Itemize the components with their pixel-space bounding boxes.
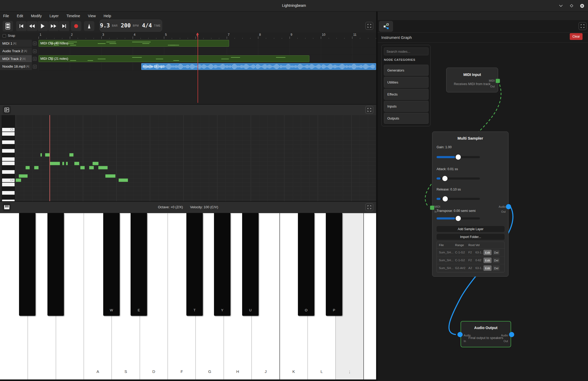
menu-item-view[interactable]: View [88, 14, 96, 18]
black-key-U[interactable]: U [242, 213, 259, 316]
delete-layer-button[interactable]: Del [493, 258, 500, 263]
edit-layer-button[interactable]: Edit [483, 258, 492, 263]
attack-slider[interactable] [437, 176, 480, 181]
roll-white-key[interactable] [2, 183, 15, 186]
roll-white-key[interactable] [2, 170, 15, 174]
roll-white-key[interactable] [2, 149, 15, 153]
delete-layer-button[interactable]: Del [493, 265, 500, 271]
track-checkbox[interactable]: - [33, 57, 37, 61]
menu-item-timeline[interactable]: Timeline [66, 14, 80, 18]
edit-layer-button[interactable]: Edit [483, 250, 492, 255]
black-key-E[interactable]: E [131, 213, 147, 316]
piano-roll-playhead[interactable] [50, 115, 50, 201]
black-key-O[interactable]: O [298, 213, 314, 316]
roll-white-key[interactable] [2, 132, 15, 136]
track-lane[interactable]: Noodle 18.mp3 [39, 63, 376, 70]
track-label[interactable]: Noodle 18.mp3[A] [0, 63, 32, 70]
midi-note[interactable] [19, 174, 28, 178]
transpose-slider[interactable] [437, 216, 480, 221]
timeline-fullscreen-button[interactable] [365, 22, 373, 30]
track-lane[interactable]: MIDI Clip (40 notes) [39, 40, 376, 47]
rewind-button[interactable] [27, 21, 37, 31]
track-label[interactable]: Audio Track 2[A] [0, 47, 32, 55]
play-button[interactable] [38, 21, 48, 31]
audio-out-port[interactable] [509, 332, 514, 337]
black-key-P[interactable]: P [326, 213, 342, 316]
black-key-Y[interactable]: Y [214, 213, 230, 316]
menu-item-file[interactable]: File [3, 14, 9, 18]
menu-item-modify[interactable]: Modify [31, 14, 42, 18]
close-button[interactable] [579, 3, 585, 9]
gain-slider[interactable] [437, 154, 480, 160]
midi-note[interactable] [74, 162, 79, 165]
transport-display[interactable]: 9.3 BAR 200 BPM 4/4 TIME [100, 20, 162, 32]
roll-white-key[interactable]: C4 [2, 178, 15, 182]
midi-note[interactable] [93, 162, 99, 165]
piano-roll-mode-button[interactable] [3, 106, 11, 114]
clip[interactable]: Noodle 18.mp3 [141, 63, 376, 70]
edit-layer-button[interactable]: Edit [483, 265, 492, 271]
fast-forward-button[interactable] [48, 21, 59, 31]
record-button[interactable] [71, 21, 81, 31]
midi-note[interactable] [34, 166, 39, 169]
minimize-button[interactable] [558, 3, 564, 9]
import-folder-button[interactable]: Import Folder... [437, 234, 505, 240]
midi-note[interactable] [98, 166, 108, 169]
roll-white-key[interactable]: C5 [2, 128, 15, 132]
track-lane[interactable]: MIDI Clip (21 notes) [39, 55, 376, 63]
midi-note[interactable] [69, 153, 74, 157]
skip-to-end-button[interactable] [59, 21, 69, 31]
roll-white-key[interactable] [2, 140, 15, 144]
menu-item-help[interactable]: Help [103, 14, 111, 18]
maximize-button[interactable] [568, 3, 575, 9]
midi-note[interactable] [80, 166, 85, 169]
piano-roll-keys[interactable]: C5C4 [2, 115, 15, 201]
black-key-x182[interactable] [47, 213, 64, 316]
track-checkbox[interactable]: - [33, 41, 37, 45]
track-lane[interactable] [39, 47, 376, 55]
delete-layer-button[interactable]: Del [493, 250, 500, 255]
node-midi-input[interactable]: MIDI Input Receives MIDI from track MIDI… [446, 68, 498, 92]
release-slider[interactable] [437, 196, 480, 201]
midi-in-port[interactable] [430, 206, 434, 210]
white-key-13[interactable] [364, 213, 376, 379]
midi-out-port[interactable] [496, 79, 500, 83]
midi-note[interactable] [45, 153, 50, 157]
audio-in-port[interactable] [457, 332, 463, 337]
track-checkbox[interactable]: - [33, 49, 37, 53]
add-sample-layer-button[interactable]: Add Sample Layer [437, 226, 505, 232]
black-key-x73[interactable] [19, 213, 35, 316]
black-key-W[interactable]: W [103, 213, 120, 316]
node-audio-output[interactable]: Audio Output Audio In Final output to sp… [461, 321, 511, 347]
virtual-keyboard[interactable]: ASDFGHJKL;WETYUOP [0, 213, 376, 379]
midi-note[interactable] [16, 178, 21, 182]
menu-item-layer[interactable]: Layer [50, 14, 59, 18]
roll-white-key[interactable] [2, 162, 15, 165]
snap-checkbox[interactable] [3, 34, 6, 38]
black-key-T[interactable]: T [186, 213, 203, 316]
midi-note[interactable] [66, 162, 68, 165]
track-label[interactable]: MIDI Track 2[A] [0, 55, 32, 63]
roll-white-key[interactable] [2, 157, 15, 161]
menu-item-edit[interactable]: Edit [17, 14, 23, 18]
midi-note[interactable] [105, 174, 115, 178]
node-multi-sampler[interactable]: Multi Sampler Gain: 1.00 Attack: 0.01 ss… [432, 132, 509, 277]
piano-roll-fullscreen-button[interactable] [365, 106, 373, 114]
piano-roll-grid[interactable]: C5C4 [0, 115, 376, 201]
audio-out-port[interactable] [506, 204, 511, 209]
midi-note[interactable] [50, 162, 60, 165]
clip[interactable]: MIDI Clip (40 notes) [39, 40, 229, 47]
midi-note[interactable] [26, 166, 30, 169]
keyboard-fullscreen-button[interactable] [365, 203, 373, 211]
timeline-playhead[interactable] [198, 33, 198, 103]
track-checkbox[interactable]: - [33, 65, 37, 69]
timeline-mode-button[interactable] [3, 21, 13, 31]
skip-to-start-button[interactable] [16, 21, 27, 31]
midi-note[interactable] [119, 178, 128, 182]
metronome-button[interactable] [84, 21, 94, 31]
midi-note[interactable] [89, 166, 94, 169]
clip[interactable]: MIDI Clip (21 notes) [39, 55, 309, 62]
roll-white-key[interactable] [2, 191, 15, 195]
midi-note[interactable] [62, 162, 64, 165]
track-label[interactable]: MIDI 1[A] [0, 40, 32, 47]
